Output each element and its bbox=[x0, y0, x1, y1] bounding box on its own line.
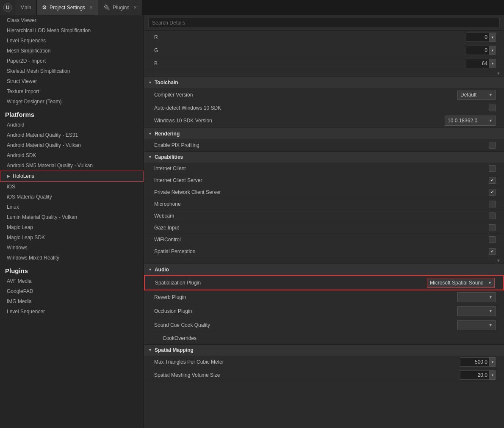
r-input[interactable] bbox=[466, 33, 490, 42]
sidebar-item-windows[interactable]: Windows bbox=[0, 243, 144, 253]
sidebar-item-level-sequences[interactable]: Level Sequences bbox=[0, 36, 144, 46]
compiler-version-value: Default ▼ bbox=[457, 90, 496, 100]
windows-sdk-dropdown[interactable]: 10.0.18362.0 ▼ bbox=[445, 116, 496, 126]
capabilities-collapse-icon: ▼ bbox=[148, 155, 152, 159]
meshing-volume-value: ▼ bbox=[460, 370, 496, 380]
b-input[interactable] bbox=[466, 59, 490, 68]
internet-client-value bbox=[489, 165, 496, 172]
b-spin-icon[interactable]: ▼ bbox=[490, 59, 496, 68]
sidebar: Class Viewer Hierarchical LOD Mesh Simpl… bbox=[0, 15, 144, 428]
ue-logo: U bbox=[0, 0, 15, 15]
sidebar-item-struct-viewer[interactable]: Struct Viewer bbox=[0, 76, 144, 86]
row-spatialization: Spatialization Plugin Microsoft Spatial … bbox=[144, 275, 504, 290]
g-spin-icon[interactable]: ▼ bbox=[490, 46, 496, 55]
sidebar-item-paper2d[interactable]: Paper2D - Import bbox=[0, 56, 144, 66]
compiler-version-dropdown[interactable]: Default ▼ bbox=[457, 90, 496, 100]
rendering-header[interactable]: ▼ Rendering bbox=[144, 128, 504, 139]
private-network-label: Private Network Client Server bbox=[152, 189, 489, 195]
spatialization-chevron-icon: ▼ bbox=[488, 281, 492, 285]
sound-cue-dropdown[interactable]: ▼ bbox=[457, 320, 496, 330]
sidebar-item-magic-leap[interactable]: Magic Leap bbox=[0, 222, 144, 232]
b-field-group: ▼ bbox=[466, 59, 496, 68]
microphone-checkbox[interactable] bbox=[489, 201, 496, 207]
sidebar-item-android-sdk[interactable]: Android SDK bbox=[0, 150, 144, 160]
sidebar-item-level-sequencer[interactable]: Level Sequencer bbox=[0, 307, 144, 317]
max-triangles-input[interactable] bbox=[460, 357, 490, 367]
gaze-input-value bbox=[489, 224, 496, 231]
g-input[interactable] bbox=[466, 46, 490, 55]
webcam-value bbox=[489, 213, 496, 219]
sidebar-item-class-viewer[interactable]: Class Viewer bbox=[0, 15, 144, 25]
audio-collapse-icon: ▼ bbox=[148, 268, 152, 272]
row-wifi-control: WiFiControl bbox=[144, 234, 504, 246]
max-triangles-spin-icon[interactable]: ▼ bbox=[490, 357, 496, 367]
sidebar-item-android-material-vulkan[interactable]: Android Material Quality - Vulkan bbox=[0, 140, 144, 150]
cook-overrides-label: CookOverrides bbox=[161, 335, 496, 341]
meshing-volume-input[interactable] bbox=[460, 370, 490, 380]
internet-client-server-checkbox[interactable] bbox=[489, 177, 496, 184]
meshing-volume-spin-icon[interactable]: ▼ bbox=[490, 370, 496, 380]
sidebar-item-widget-designer[interactable]: Widget Designer (Team) bbox=[0, 97, 144, 107]
max-triangles-label: Max Triangles Per Cubic Meter bbox=[152, 359, 460, 365]
enable-pix-checkbox[interactable] bbox=[489, 142, 496, 149]
tab-project-settings[interactable]: ⚙ Project Settings ✕ bbox=[37, 0, 98, 15]
g-field-group: ▼ bbox=[466, 46, 496, 55]
row-spatial-perception: Spatial Perception bbox=[144, 246, 504, 257]
row-private-network: Private Network Client Server bbox=[144, 186, 504, 198]
sidebar-item-android[interactable]: Android bbox=[0, 120, 144, 130]
tab-main[interactable]: Main bbox=[15, 0, 37, 15]
sidebar-item-linux[interactable]: Linux bbox=[0, 202, 144, 212]
sidebar-item-android-material-es31[interactable]: Android Material Quality - ES31 bbox=[0, 130, 144, 140]
sidebar-item-skeletal-mesh[interactable]: Skeletal Mesh Simplification bbox=[0, 66, 144, 76]
internet-client-server-value bbox=[489, 177, 496, 184]
sidebar-item-android-sm5[interactable]: Android SM5 Material Quality - Vulkan bbox=[0, 160, 144, 171]
occlusion-chevron-icon: ▼ bbox=[489, 309, 493, 313]
sidebar-item-img-media[interactable]: IMG Media bbox=[0, 296, 144, 307]
capabilities-section: ▼ Capabilities Internet Client Internet … bbox=[144, 151, 504, 257]
rendering-collapse-icon: ▼ bbox=[148, 132, 152, 136]
row-compiler-version: Compiler Version Default ▼ bbox=[144, 88, 504, 102]
tab-project-settings-icon: ⚙ bbox=[42, 4, 47, 11]
occlusion-dropdown[interactable]: ▼ bbox=[457, 306, 496, 316]
tab-plugins-close[interactable]: ✕ bbox=[133, 5, 137, 10]
spatial-perception-checkbox[interactable] bbox=[489, 248, 496, 255]
search-input[interactable] bbox=[148, 18, 500, 28]
spatialization-dropdown[interactable]: Microsoft Spatial Sound ▼ bbox=[427, 278, 495, 288]
gaze-input-checkbox[interactable] bbox=[489, 224, 496, 231]
sidebar-item-lumin[interactable]: Lumin Material Quality - Vulkan bbox=[0, 212, 144, 222]
capabilities-header[interactable]: ▼ Capabilities bbox=[144, 152, 504, 163]
row-enable-pix: Enable PIX Profiling bbox=[144, 139, 504, 151]
sidebar-item-avf-media[interactable]: AVF Media bbox=[0, 276, 144, 286]
tab-main-label: Main bbox=[20, 5, 31, 11]
audio-header[interactable]: ▼ Audio bbox=[144, 264, 504, 275]
meshing-volume-field-group: ▼ bbox=[460, 370, 496, 380]
wifi-control-checkbox[interactable] bbox=[489, 236, 496, 243]
private-network-checkbox[interactable] bbox=[489, 189, 496, 196]
windows-sdk-label: Windows 10 SDK Version bbox=[152, 118, 445, 124]
reverb-dropdown[interactable]: ▼ bbox=[457, 292, 496, 302]
sidebar-item-ios-material[interactable]: iOS Material Quality bbox=[0, 192, 144, 202]
sidebar-item-texture-import[interactable]: Texture Import bbox=[0, 86, 144, 97]
sidebar-item-hierarchical-lod[interactable]: Hierarchical LOD Mesh Simplification bbox=[0, 25, 144, 36]
webcam-checkbox[interactable] bbox=[489, 213, 496, 219]
sidebar-item-magic-leap-sdk[interactable]: Magic Leap SDK bbox=[0, 232, 144, 243]
row-sound-cue: Sound Cue Cook Quality ▼ bbox=[144, 318, 504, 332]
internet-client-checkbox[interactable] bbox=[489, 165, 496, 172]
tab-plugins[interactable]: 🔌 Plugins ✕ bbox=[98, 0, 142, 15]
row-gaze-input: Gaze Input bbox=[144, 222, 504, 234]
toolchain-header[interactable]: ▼ Toolchain bbox=[144, 77, 504, 88]
tab-project-settings-close[interactable]: ✕ bbox=[89, 5, 93, 10]
row-b: B ▼ bbox=[144, 57, 504, 70]
spatial-perception-value bbox=[489, 248, 496, 255]
content-area: R ▼ G ▼ B ▼ bbox=[144, 15, 504, 428]
r-spin-icon[interactable]: ▼ bbox=[490, 33, 496, 42]
microphone-label: Microphone bbox=[152, 201, 489, 207]
auto-detect-checkbox[interactable] bbox=[489, 105, 496, 111]
enable-pix-value bbox=[489, 142, 496, 149]
spatial-mapping-header[interactable]: ▼ Spatial Mapping bbox=[144, 345, 504, 356]
sidebar-item-windows-mixed[interactable]: Windows Mixed Reality bbox=[0, 253, 144, 263]
sidebar-item-ios[interactable]: iOS bbox=[0, 182, 144, 192]
sidebar-item-mesh-simplification[interactable]: Mesh Simplification bbox=[0, 46, 144, 56]
sidebar-item-googlepad[interactable]: GooglePAD bbox=[0, 286, 144, 296]
sidebar-item-hololens[interactable]: ▶ HoloLens bbox=[0, 171, 144, 182]
